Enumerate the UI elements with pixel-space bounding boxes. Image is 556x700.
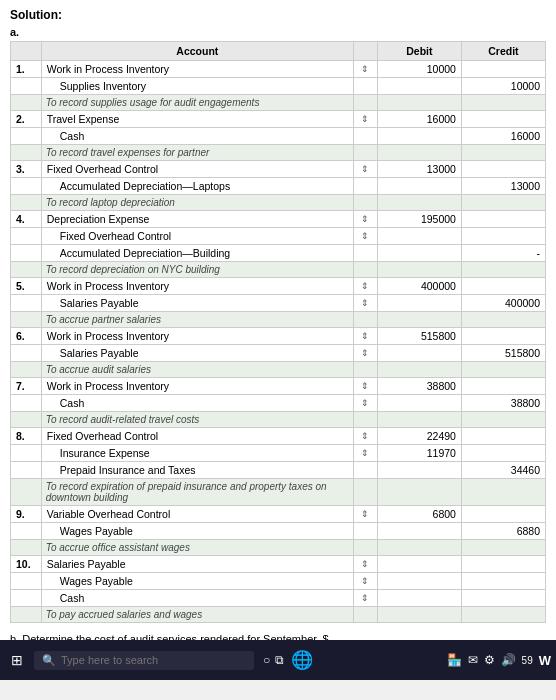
credit-cell (461, 590, 545, 607)
credit-cell (461, 445, 545, 462)
arrows-cell[interactable]: ⇕ (353, 590, 377, 607)
credit-cell (461, 607, 545, 623)
col-num (11, 42, 42, 61)
credit-cell (461, 161, 545, 178)
col-arrows-spacer (353, 42, 377, 61)
account-cell: Salaries Payable (41, 295, 353, 312)
arrows-cell[interactable]: ⇕ (353, 328, 377, 345)
entry-num-9 (11, 590, 42, 607)
debit-cell (377, 607, 461, 623)
entry-num-5 (11, 362, 42, 378)
arrows-cell[interactable] (353, 178, 377, 195)
credit-cell (461, 506, 545, 523)
debit-cell: 13000 (377, 161, 461, 178)
account-cell: Supplies Inventory (41, 78, 353, 95)
start-button[interactable]: ⊞ (5, 650, 29, 670)
entry-num-3 (11, 262, 42, 278)
debit-cell (377, 95, 461, 111)
arrows-cell[interactable]: ⇕ (353, 556, 377, 573)
entry-num-7 (11, 445, 42, 462)
taskbar-icon-cortana[interactable]: ○ (263, 653, 270, 667)
debit-cell (377, 412, 461, 428)
search-input[interactable] (61, 654, 246, 666)
arrows-cell[interactable] (353, 95, 377, 111)
arrows-cell[interactable]: ⇕ (353, 161, 377, 178)
account-cell: Fixed Overhead Control (41, 428, 353, 445)
account-cell: Wages Payable (41, 523, 353, 540)
arrows-cell[interactable]: ⇕ (353, 211, 377, 228)
taskbar-icon-edge[interactable]: 🌐 (291, 649, 313, 671)
taskbar-icon-settings[interactable]: ⚙ (484, 653, 495, 667)
account-cell: Fixed Overhead Control (41, 228, 353, 245)
arrows-cell[interactable]: ⇕ (353, 378, 377, 395)
credit-cell (461, 556, 545, 573)
col-account: Account (41, 42, 353, 61)
arrows-cell[interactable]: ⇕ (353, 278, 377, 295)
credit-cell (461, 195, 545, 211)
arrows-cell[interactable]: ⇕ (353, 345, 377, 362)
arrows-cell[interactable] (353, 462, 377, 479)
arrows-cell[interactable] (353, 262, 377, 278)
arrows-cell[interactable]: ⇕ (353, 395, 377, 412)
entry-num-7 (11, 462, 42, 479)
taskbar-icon-mail[interactable]: ✉ (468, 653, 478, 667)
arrows-cell[interactable] (353, 312, 377, 328)
arrows-cell[interactable] (353, 412, 377, 428)
debit-cell (377, 479, 461, 506)
debit-cell (377, 312, 461, 328)
credit-cell (461, 378, 545, 395)
part-b-input[interactable] (332, 633, 412, 640)
debit-cell: 195000 (377, 211, 461, 228)
arrows-cell[interactable] (353, 128, 377, 145)
part-b: b. Determine the cost of audit services … (10, 633, 546, 640)
taskbar-icon-speaker[interactable]: 🔊 (501, 653, 516, 667)
entry-num-9 (11, 573, 42, 590)
arrows-cell[interactable] (353, 523, 377, 540)
arrows-cell[interactable]: ⇕ (353, 506, 377, 523)
account-cell: Work in Process Inventory (41, 61, 353, 78)
arrows-cell[interactable] (353, 245, 377, 262)
account-cell: Work in Process Inventory (41, 328, 353, 345)
arrows-cell[interactable] (353, 145, 377, 161)
credit-cell (461, 328, 545, 345)
entry-num-7 (11, 479, 42, 506)
arrows-cell[interactable] (353, 362, 377, 378)
debit-cell (377, 262, 461, 278)
arrows-cell[interactable] (353, 195, 377, 211)
arrows-cell[interactable] (353, 479, 377, 506)
col-credit: Credit (461, 42, 545, 61)
arrows-cell[interactable]: ⇕ (353, 428, 377, 445)
account-cell: Variable Overhead Control (41, 506, 353, 523)
entry-num-0 (11, 95, 42, 111)
arrows-cell[interactable]: ⇕ (353, 111, 377, 128)
col-debit: Debit (377, 42, 461, 61)
credit-cell (461, 95, 545, 111)
arrows-cell[interactable]: ⇕ (353, 228, 377, 245)
arrows-cell[interactable] (353, 607, 377, 623)
arrows-cell[interactable]: ⇕ (353, 445, 377, 462)
credit-cell: 400000 (461, 295, 545, 312)
account-cell: Work in Process Inventory (41, 278, 353, 295)
credit-cell: 34460 (461, 462, 545, 479)
credit-cell (461, 479, 545, 506)
debit-cell (377, 590, 461, 607)
entry-num-4: 5. (11, 278, 42, 295)
arrows-cell[interactable]: ⇕ (353, 295, 377, 312)
debit-cell (377, 245, 461, 262)
arrows-cell[interactable] (353, 540, 377, 556)
search-bar[interactable]: 🔍 (34, 651, 254, 670)
account-cell: To accrue audit salaries (41, 362, 353, 378)
taskbar-icon-store[interactable]: 🏪 (447, 653, 462, 667)
part-b-label: b. Determine the cost of audit services … (10, 633, 329, 640)
solution-label: Solution: (10, 8, 546, 22)
taskbar-icon-taskview[interactable]: ⧉ (275, 653, 284, 667)
credit-cell (461, 262, 545, 278)
arrows-cell[interactable]: ⇕ (353, 61, 377, 78)
arrows-cell[interactable]: ⇕ (353, 573, 377, 590)
debit-cell (377, 573, 461, 590)
credit-cell: 6880 (461, 523, 545, 540)
credit-cell (461, 145, 545, 161)
arrows-cell[interactable] (353, 78, 377, 95)
debit-cell (377, 462, 461, 479)
entry-num-3 (11, 228, 42, 245)
